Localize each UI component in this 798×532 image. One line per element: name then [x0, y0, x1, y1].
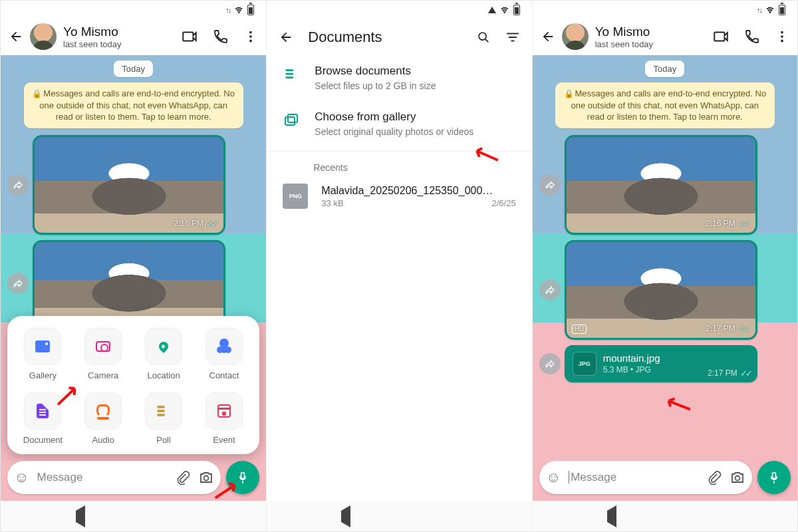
image-message[interactable]: 2:16 PM✓✓	[565, 135, 757, 235]
attach-contact[interactable]: Contact	[194, 328, 254, 380]
android-status-bar: ↑↓	[533, 1, 797, 19]
forward-icon[interactable]	[7, 273, 29, 294]
input-placeholder: Message	[569, 471, 699, 484]
message-time: 2:16 PM	[174, 219, 203, 228]
android-nav-bar	[533, 501, 797, 532]
camera-input-icon[interactable]	[730, 469, 745, 485]
svg-point-7	[781, 31, 783, 34]
image-message[interactable]: HD 2:17 PM✓✓	[565, 240, 757, 340]
android-nav-bar	[267, 501, 531, 532]
file-name: Malavida_20250206_125350_000…	[321, 185, 515, 197]
more-menu-icon[interactable]	[775, 29, 789, 44]
attach-document[interactable]: Document	[13, 392, 73, 445]
message-input[interactable]: ☺ Message	[7, 461, 221, 494]
attach-location[interactable]: Location	[134, 328, 194, 380]
nav-back-icon[interactable]	[341, 511, 350, 523]
hd-badge: HD	[572, 325, 587, 334]
poll-icon	[157, 406, 170, 416]
message-time: 2:17 PM	[706, 324, 735, 333]
gallery-icon	[35, 340, 50, 352]
panel-chat-attach-sheet: ↑↓ Yo Mismo last seen today Today 🔒Messa…	[1, 1, 266, 532]
document-message[interactable]: JPG mountain.jpg 5.3 MB • JPG 2:17 PM✓✓	[565, 345, 757, 382]
headphones-icon	[96, 404, 110, 418]
read-ticks-icon: ✓✓	[740, 368, 751, 378]
message-time: 2:17 PM	[708, 368, 737, 378]
documents-header: Documents	[267, 19, 531, 53]
option-subtitle: Select original quality photos or videos	[315, 126, 473, 138]
chat-title-block[interactable]: Yo Mismo last seen today	[595, 25, 706, 49]
svg-rect-5	[285, 117, 295, 125]
nav-back-icon[interactable]	[607, 511, 616, 523]
attach-icon[interactable]	[176, 470, 190, 485]
contact-name: Yo Mismo	[595, 25, 706, 39]
chat-title-block[interactable]: Yo Mismo last seen today	[63, 25, 174, 49]
attach-gallery[interactable]: Gallery	[13, 328, 73, 380]
image-message[interactable]: 2:16 PM✓✓	[33, 135, 225, 235]
svg-point-10	[735, 476, 739, 481]
attachment-sheet: Gallery Camera Location Contact Document…	[7, 316, 259, 454]
list-icon	[283, 65, 300, 81]
android-status-bar: ↑↓	[1, 1, 266, 19]
mic-button[interactable]	[226, 461, 259, 494]
attach-poll[interactable]: Poll	[134, 392, 194, 445]
message-input[interactable]: ☺ Message	[539, 461, 752, 494]
last-seen: last seen today	[595, 39, 706, 49]
read-ticks-icon: ✓✓	[738, 219, 749, 229]
back-arrow-icon[interactable]	[279, 30, 293, 45]
svg-point-1	[249, 35, 252, 38]
option-choose-from-gallery[interactable]: Choose from gallery Select original qual…	[267, 101, 531, 147]
forward-icon[interactable]	[539, 174, 561, 196]
svg-point-9	[781, 40, 783, 43]
attach-event[interactable]: Event	[194, 392, 254, 445]
file-size: 33 kB	[321, 198, 343, 208]
search-icon[interactable]	[476, 30, 491, 45]
encryption-notice[interactable]: 🔒Messages and calls are end-to-end encry…	[24, 82, 243, 128]
attach-icon[interactable]	[707, 470, 722, 485]
svg-point-4	[479, 33, 486, 40]
message-row: 2:16 PM✓✓	[7, 135, 259, 235]
attach-audio[interactable]: Audio	[73, 392, 134, 445]
more-menu-icon[interactable]	[243, 29, 258, 44]
sort-icon[interactable]	[505, 30, 520, 45]
message-input-bar: ☺ Message	[539, 461, 791, 494]
video-call-icon[interactable]	[712, 28, 730, 45]
forward-icon[interactable]	[539, 279, 561, 301]
encryption-notice[interactable]: 🔒Messages and calls are end-to-end encry…	[555, 82, 775, 128]
message-input-bar: ☺ Message	[7, 461, 259, 494]
avatar[interactable]	[30, 23, 57, 50]
image-message[interactable]	[33, 240, 225, 327]
video-call-icon[interactable]	[181, 28, 198, 45]
gallery-stack-icon	[283, 110, 300, 128]
back-arrow-icon[interactable]	[9, 29, 23, 44]
mic-button[interactable]	[757, 461, 791, 494]
forward-icon[interactable]	[539, 353, 561, 374]
attach-camera[interactable]: Camera	[73, 328, 134, 380]
avatar[interactable]	[562, 23, 589, 50]
camera-input-icon[interactable]	[198, 469, 214, 485]
option-browse-documents[interactable]: Browse documents Select files up to 2 GB…	[267, 55, 531, 101]
emoji-icon[interactable]: ☺	[14, 469, 29, 486]
panel-chat-document-sent: ↑↓ Yo Mismo last seen today Today 🔒Messa…	[532, 1, 797, 532]
back-arrow-icon[interactable]	[541, 29, 555, 44]
message-row: 2:16 PM✓✓	[539, 135, 791, 235]
svg-point-0	[249, 31, 252, 34]
contact-icon	[219, 338, 229, 348]
message-row	[7, 240, 259, 327]
nav-back-icon[interactable]	[76, 511, 85, 523]
wifi-icon	[234, 5, 243, 16]
battery-icon	[779, 5, 785, 15]
voice-call-icon[interactable]	[744, 29, 760, 45]
signal-icon	[488, 7, 496, 13]
option-title: Browse documents	[315, 65, 436, 78]
voice-call-icon[interactable]	[213, 29, 229, 45]
date-pill: Today	[114, 61, 153, 77]
forward-icon[interactable]	[7, 174, 29, 196]
file-date: 2/6/25	[492, 198, 516, 208]
recent-file-item[interactable]: PNG Malavida_20250206_125350_000… 33 kB …	[267, 177, 531, 215]
option-subtitle: Select files up to 2 GB in size	[315, 80, 436, 92]
emoji-icon[interactable]: ☺	[546, 469, 561, 486]
camera-icon	[96, 341, 110, 352]
chat-body: Today 🔒Messages and calls are end-to-end…	[1, 55, 266, 501]
chat-header: Yo Mismo last seen today	[533, 19, 797, 55]
android-nav-bar	[1, 501, 266, 532]
